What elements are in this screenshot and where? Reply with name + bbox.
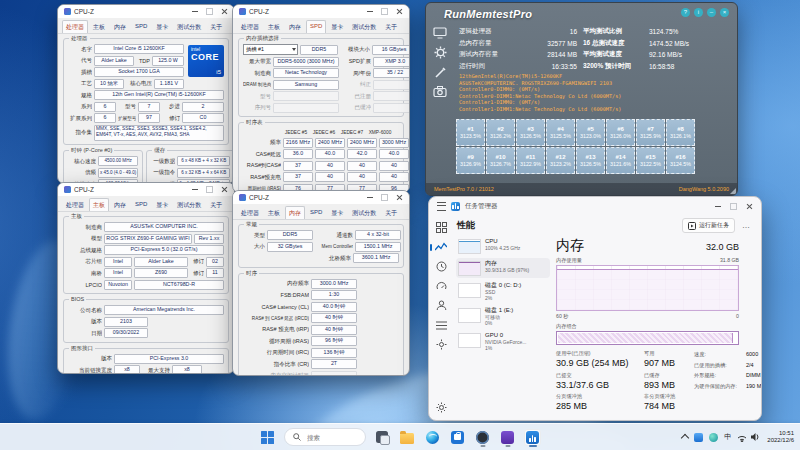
task-view-button[interactable] xyxy=(374,429,390,445)
maximize-icon[interactable] xyxy=(730,203,737,210)
tab[interactable]: 内存 xyxy=(285,206,305,219)
info-button[interactable]: i xyxy=(694,8,703,17)
file-explorer-button[interactable] xyxy=(398,429,416,446)
edit-icon[interactable] xyxy=(434,66,447,79)
minimize-icon[interactable] xyxy=(192,189,198,190)
taskbar-search[interactable] xyxy=(284,428,366,446)
close-icon[interactable] xyxy=(396,194,403,201)
mini-graph xyxy=(458,333,481,348)
taskbar-clock[interactable]: 10:51 2022/12/6 xyxy=(767,430,794,444)
tab[interactable]: SPD xyxy=(306,206,326,219)
microsoft-store-button[interactable] xyxy=(449,429,466,446)
tab[interactable]: 关于 xyxy=(206,198,226,211)
tab[interactable]: 显卡 xyxy=(152,20,172,33)
processor-group: 处理器 名字Intel Core i5 12600KF代号Alder LakeT… xyxy=(63,38,229,145)
run-new-task-button[interactable]: 运行新任务 xyxy=(682,218,735,233)
tab[interactable]: 关于 xyxy=(206,20,226,33)
tab[interactable]: 关于 xyxy=(381,20,401,33)
titlebar[interactable]: CPU-Z xyxy=(233,191,409,204)
tab[interactable]: 显卡 xyxy=(327,206,347,219)
menu-icon[interactable] xyxy=(437,202,446,211)
camera-icon[interactable] xyxy=(433,86,447,97)
tab[interactable]: 测试分数 xyxy=(173,20,205,33)
stat-label: 运行时间 xyxy=(459,62,521,71)
field-value: 2166 MHz xyxy=(283,138,313,148)
minimize-button[interactable]: – xyxy=(707,8,716,17)
tab[interactable]: 主板 xyxy=(89,198,109,211)
maximize-icon[interactable] xyxy=(206,8,213,15)
stat-row: 总内存容量 32577 MB xyxy=(459,39,577,48)
memtest-taskbar-button[interactable] xyxy=(499,429,516,446)
tray-app-icon[interactable] xyxy=(709,433,718,442)
minimize-icon[interactable] xyxy=(715,206,721,207)
tab[interactable]: 关于 xyxy=(381,206,401,219)
close-icon[interactable] xyxy=(221,8,228,15)
tab[interactable]: 测试分数 xyxy=(348,20,380,33)
details-icon[interactable] xyxy=(434,319,448,332)
close-icon[interactable] xyxy=(221,186,228,193)
tab[interactable]: SPD xyxy=(131,20,151,33)
tab[interactable]: 主板 xyxy=(264,206,284,219)
tab[interactable]: 测试分数 xyxy=(173,198,205,211)
cpuz-taskbar-button[interactable] xyxy=(474,429,491,446)
titlebar[interactable]: CPU-Z xyxy=(58,183,234,196)
settings-gear-icon[interactable] xyxy=(434,401,448,414)
maximize-icon[interactable] xyxy=(206,186,213,193)
users-icon[interactable] xyxy=(434,299,448,312)
tab[interactable]: 内存 xyxy=(110,198,130,211)
maximize-icon[interactable] xyxy=(381,8,388,15)
help-button[interactable]: ? xyxy=(681,8,690,17)
cpuz-app-icon xyxy=(476,431,489,444)
titlebar[interactable]: CPU-Z xyxy=(58,5,234,18)
tray-app-icon[interactable] xyxy=(694,433,703,442)
processes-icon[interactable] xyxy=(434,221,448,234)
tab[interactable]: 处理器 xyxy=(237,20,263,33)
task-manager-taskbar-button[interactable] xyxy=(524,429,541,446)
close-icon[interactable] xyxy=(396,8,403,15)
app-history-icon[interactable] xyxy=(434,260,448,273)
tab[interactable]: 处理器 xyxy=(62,20,88,33)
instance-coverage: 3122.5% xyxy=(640,161,661,167)
services-icon[interactable] xyxy=(434,338,448,351)
tab[interactable]: 显卡 xyxy=(152,198,172,211)
tab[interactable]: 内存 xyxy=(110,20,130,33)
tab[interactable]: 显卡 xyxy=(327,20,347,33)
search-input[interactable] xyxy=(305,433,349,442)
maximize-icon[interactable] xyxy=(381,194,388,201)
tab[interactable]: SPD xyxy=(306,20,326,33)
tab[interactable]: 处理器 xyxy=(62,198,88,211)
titlebar[interactable]: CPU-Z xyxy=(233,5,409,18)
resize-grip[interactable] xyxy=(730,188,736,194)
field-label: 扩展系列 xyxy=(68,115,92,122)
tab[interactable]: 主板 xyxy=(89,20,109,33)
memory-composition-bar[interactable] xyxy=(556,331,739,345)
minimize-icon[interactable] xyxy=(192,11,198,12)
tab[interactable]: 主板 xyxy=(264,20,284,33)
sidebar-item[interactable]: GPU 0 NVIDIA GeForce... 1% xyxy=(456,330,550,353)
minimize-icon[interactable] xyxy=(367,11,373,12)
minimize-icon[interactable] xyxy=(367,197,373,198)
tab[interactable]: SPD xyxy=(131,198,151,211)
tab[interactable]: 处理器 xyxy=(237,206,263,219)
sidebar-item[interactable]: 磁盘 0 (C: D:) SSD 2% xyxy=(456,280,550,303)
sidebar-item[interactable]: 内存 30.9/31.8 GB (97%) xyxy=(456,258,550,278)
field-label: 修订 xyxy=(162,115,180,122)
network-volume-icons[interactable] xyxy=(737,432,761,442)
slot-select[interactable]: 插槽 #1 xyxy=(243,44,298,55)
startup-apps-icon[interactable] xyxy=(434,280,448,293)
ime-indicator[interactable]: 中 xyxy=(724,432,731,442)
tab[interactable]: 测试分数 xyxy=(348,206,380,219)
start-button[interactable] xyxy=(259,429,276,446)
gear-icon[interactable] xyxy=(434,46,447,59)
hidden-icons-chevron[interactable] xyxy=(681,434,689,442)
close-icon[interactable] xyxy=(746,203,753,210)
close-button[interactable]: × xyxy=(720,8,729,17)
performance-icon[interactable] xyxy=(434,241,448,254)
stat-value: 16:33:55 xyxy=(521,63,577,70)
sidebar-item[interactable]: 磁盘 1 (E:) 可移动 0% xyxy=(456,305,550,328)
edge-button[interactable] xyxy=(424,429,441,446)
sidebar-item[interactable]: CPU 100% 4.25 GHz xyxy=(456,236,550,256)
titlebar[interactable]: 任务管理器 xyxy=(429,197,761,215)
tab[interactable]: 内存 xyxy=(285,20,305,33)
more-options-button[interactable]: … xyxy=(742,221,751,230)
